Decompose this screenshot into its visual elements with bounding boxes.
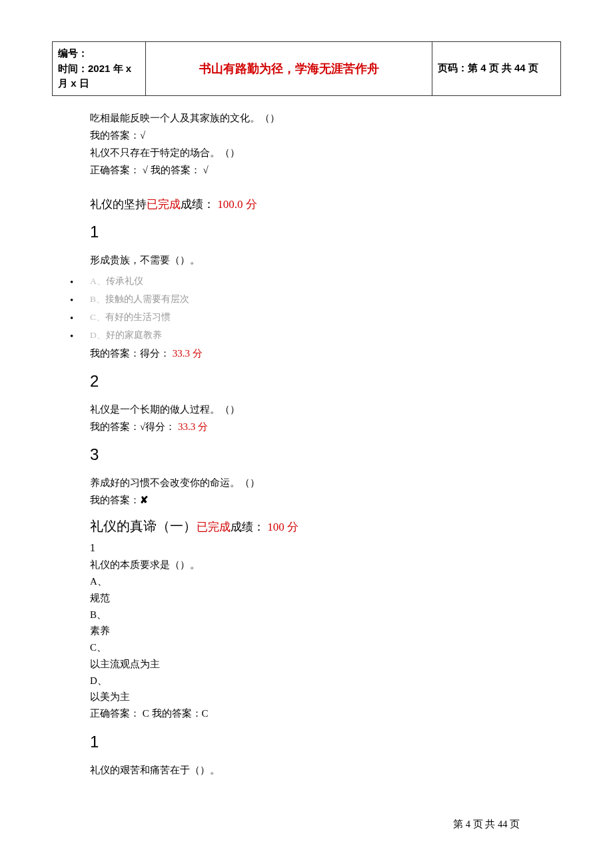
s2q1-d-letter: D、 (90, 673, 556, 689)
s2q1-c-text: 以主流观点为主 (90, 656, 556, 673)
q2-answer-pre: 我的答案： (90, 421, 140, 432)
header-left-line1: 编号： (58, 46, 140, 61)
section2-q1: 1 礼仪的本质要求是（）。 A、 规范 B、 素养 C、 以主流观点为主 D、 … (90, 539, 556, 722)
section1-title-a: 礼仪的坚持 (90, 198, 147, 211)
q2-answer-mid: 得分： (145, 421, 175, 432)
q2-number: 2 (90, 372, 556, 391)
intro-line1: 吃相最能反映一个人及其家族的文化。（） (90, 110, 556, 126)
s2q1-number: 1 (90, 539, 556, 557)
section1-title: 礼仪的坚持已完成成绩： 100.0 分 (90, 197, 556, 212)
section1-title-b: 成绩： (181, 198, 215, 211)
header-table: 编号： 时间：2021 年 x 月 x 日 书山有路勤为径，学海无涯苦作舟 页码… (52, 41, 561, 96)
option-letter: C、 (90, 312, 105, 322)
q3-answer-pre: 我的答案： (90, 495, 140, 505)
s2q1-answer: 正确答案： C 我的答案：C (90, 705, 556, 722)
option-text: 有好的生活习惯 (105, 312, 171, 322)
header-right: 页码：第 4 页 共 44 页 (432, 42, 561, 96)
check-mark-icon: √ (140, 421, 145, 432)
intro-line2: 我的答案：√ (90, 127, 556, 143)
s2-extra-text: 礼仪的艰苦和痛苦在于（）。 (90, 762, 556, 778)
option-text: 接触的人需要有层次 (105, 294, 189, 304)
q2-answer-score: 33.3 分 (175, 421, 208, 432)
header-left-line2: 时间：2021 年 x 月 x 日 (58, 61, 140, 91)
section2-title-a: 礼仪的真谛（一） (90, 519, 197, 533)
content-area: 吃相最能反映一个人及其家族的文化。（） 我的答案：√ 礼仪不只存在于特定的场合。… (90, 110, 556, 779)
page-footer: 第 4 页 共 44 页 (453, 818, 520, 831)
check-mark-icon: √ (140, 130, 145, 141)
intro-line4: 正确答案： √ 我的答案： √ (90, 162, 556, 178)
header-center: 书山有路勤为径，学海无涯苦作舟 (146, 42, 432, 96)
q1-answer-score: 33.3 分 (170, 348, 203, 359)
intro-line2-pre: 我的答案： (90, 130, 140, 141)
option-letter: D、 (90, 330, 106, 340)
q1-options: A、传承礼仪 B、接触的人需要有层次 C、有好的生活习惯 D、好的家庭教养 (70, 272, 556, 344)
s2-extra-number: 1 (90, 733, 556, 751)
s2q1-d-text: 以美为主 (90, 689, 556, 705)
s2q1-b-text: 素养 (90, 623, 556, 639)
q1-option-d: D、好的家庭教养 (70, 326, 556, 344)
s2q1-a-text: 规范 (90, 590, 556, 607)
section2-title: 礼仪的真谛（一）已完成成绩： 100 分 (90, 517, 556, 535)
intro-line3: 礼仪不只存在于特定的场合。（） (90, 145, 556, 161)
q1-option-c: C、有好的生活习惯 (70, 308, 556, 326)
s2q1-b-letter: B、 (90, 607, 556, 623)
q1-answer-pre: 我的答案：得分： (90, 348, 170, 359)
section2-title-red: 已完成 (197, 521, 231, 533)
q1-option-b: B、接触的人需要有层次 (70, 290, 556, 308)
q3-answer: 我的答案：✘ (90, 492, 556, 508)
section2-score: 100 分 (265, 521, 299, 533)
section2-title-b: 成绩： (231, 521, 265, 533)
option-letter: B、 (90, 294, 105, 304)
q3-text: 养成好的习惯不会改变你的命运。（） (90, 475, 556, 491)
q1-option-a: A、传承礼仪 (70, 272, 556, 290)
q1-text: 形成贵族，不需要（）。 (90, 252, 556, 268)
section1-score: 100.0 分 (215, 198, 257, 211)
q3-number: 3 (90, 445, 556, 464)
s2q1-text: 礼仪的本质要求是（）。 (90, 557, 556, 573)
section1-title-red: 已完成 (147, 198, 181, 211)
option-text: 好的家庭教养 (106, 330, 162, 340)
q1-answer: 我的答案：得分： 33.3 分 (90, 345, 556, 361)
option-text: 传承礼仪 (106, 276, 143, 286)
s2q1-c-letter: C、 (90, 639, 556, 656)
cross-mark-icon: ✘ (140, 495, 149, 505)
q1-number: 1 (90, 223, 556, 241)
header-left: 编号： 时间：2021 年 x 月 x 日 (53, 42, 146, 96)
s2q1-a-letter: A、 (90, 573, 556, 590)
q2-answer: 我的答案：√得分： 33.3 分 (90, 419, 556, 435)
option-letter: A、 (90, 276, 106, 286)
q2-text: 礼仪是一个长期的做人过程。（） (90, 401, 556, 417)
